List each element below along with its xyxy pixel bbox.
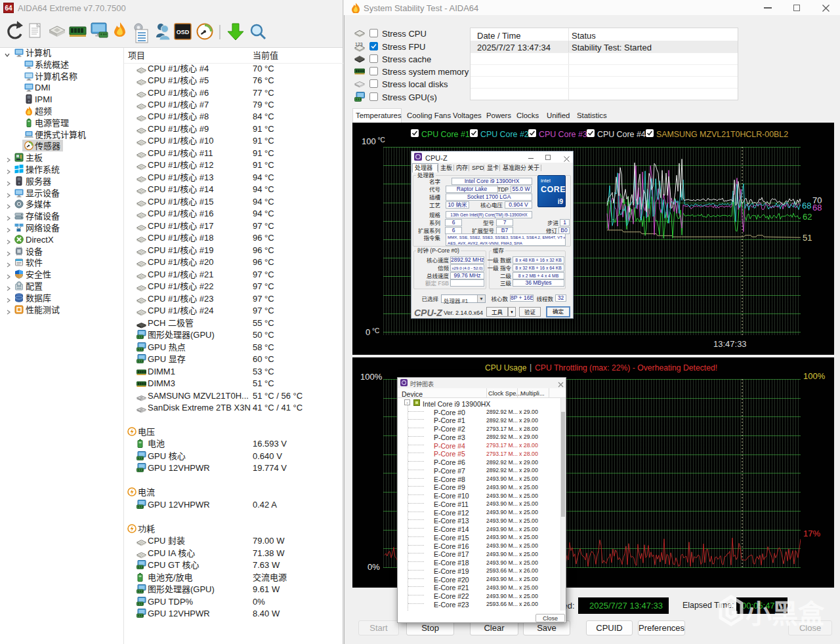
svg-text:小黑盒: 小黑盒 — [746, 593, 825, 631]
svg-text:OSD: OSD — [177, 29, 190, 35]
